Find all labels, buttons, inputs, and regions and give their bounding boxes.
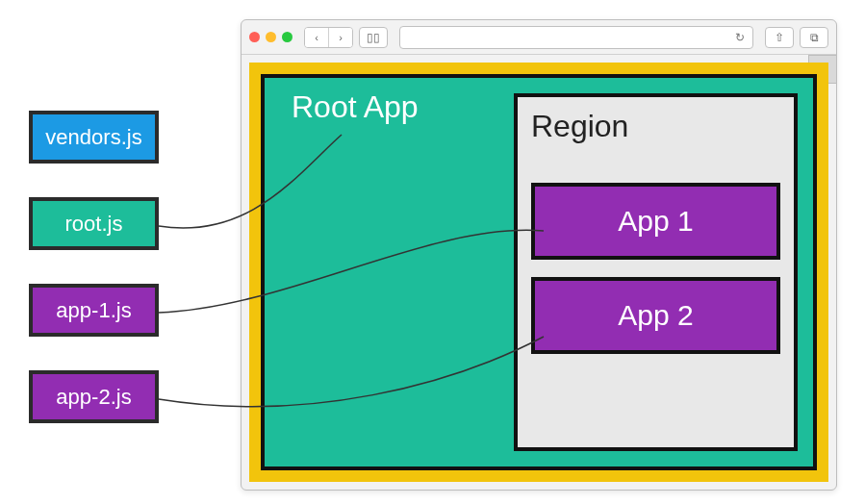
refresh-icon[interactable]: ↻ bbox=[735, 31, 745, 44]
root-app-label: Root App bbox=[292, 89, 419, 125]
region-label: Region bbox=[531, 109, 780, 144]
file-root: root.js bbox=[29, 197, 159, 250]
maximize-icon[interactable] bbox=[282, 32, 293, 42]
app-1-label: App 1 bbox=[618, 205, 693, 238]
traffic-lights bbox=[249, 32, 293, 42]
nav-buttons: ‹ › bbox=[304, 27, 353, 48]
forward-button[interactable]: › bbox=[328, 28, 352, 47]
file-app1: app-1.js bbox=[29, 284, 159, 337]
tabs-button[interactable]: ⧉ bbox=[800, 27, 828, 48]
file-vendors: vendors.js bbox=[29, 111, 159, 164]
file-label: root.js bbox=[65, 212, 123, 237]
file-app2: app-2.js bbox=[29, 370, 159, 423]
app-2-label: App 2 bbox=[618, 299, 693, 332]
root-app-container: Root App Region App 1 App 2 bbox=[261, 74, 817, 470]
browser-titlebar: ‹ › ▯▯ ↻ ⇧ ⧉ bbox=[242, 20, 836, 55]
file-label: vendors.js bbox=[45, 125, 141, 150]
app-2-box: App 2 bbox=[531, 277, 780, 354]
address-bar[interactable]: ↻ bbox=[399, 26, 753, 49]
browser-window: ‹ › ▯▯ ↻ ⇧ ⧉ + Root App Region App 1 App… bbox=[241, 19, 837, 491]
file-label: app-2.js bbox=[56, 385, 131, 410]
browser-viewport: Root App Region App 1 App 2 bbox=[249, 63, 828, 482]
file-label: app-1.js bbox=[56, 298, 131, 323]
minimize-icon[interactable] bbox=[266, 32, 276, 42]
close-icon[interactable] bbox=[249, 32, 260, 42]
back-button[interactable]: ‹ bbox=[305, 28, 328, 47]
app-1-box: App 1 bbox=[531, 183, 780, 260]
region-container: Region App 1 App 2 bbox=[514, 93, 798, 451]
sidebar-button[interactable]: ▯▯ bbox=[359, 27, 388, 48]
share-button[interactable]: ⇧ bbox=[765, 27, 794, 48]
